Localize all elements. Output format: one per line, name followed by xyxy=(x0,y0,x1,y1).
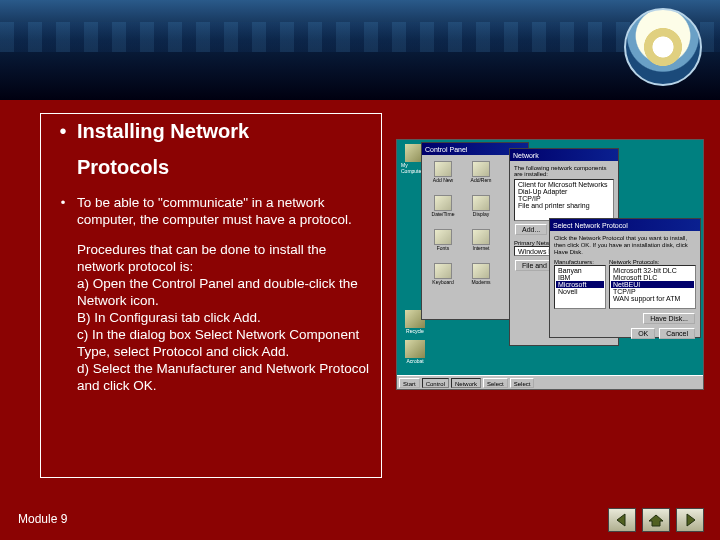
home-icon xyxy=(648,513,664,527)
control-panel-icons: Add New Add/Rem Date/Time Display Fonts … xyxy=(428,161,500,289)
have-disk-button: Have Disk... xyxy=(643,313,695,324)
desktop-icon: Acrobat xyxy=(401,340,429,364)
cancel-button: Cancel xyxy=(659,328,695,339)
arrow-left-icon xyxy=(614,513,630,527)
header xyxy=(0,0,720,100)
arrow-right-icon xyxy=(682,513,698,527)
manufacturers-list: Banyan IBM Microsoft Novell xyxy=(554,265,606,309)
content-box: • Installing Network Protocols • To be a… xyxy=(40,113,382,478)
sel-desc: Click the Network Protocol that you want… xyxy=(554,235,696,256)
screenshot-area: My Computer Recycle Acrobat Control Pane… xyxy=(396,139,704,390)
start-button: Start xyxy=(399,378,420,388)
home-button[interactable] xyxy=(642,508,670,532)
cp-icon: Display xyxy=(466,195,496,221)
svg-marker-2 xyxy=(687,514,695,526)
header-emblem-icon xyxy=(624,8,702,86)
task-button: Control xyxy=(422,378,449,388)
nav-buttons xyxy=(608,508,704,532)
title-bullet-icon: • xyxy=(49,118,77,144)
body-intro: To be able to "communicate" in a network… xyxy=(77,194,373,228)
cp-icon: Date/Time xyxy=(428,195,458,221)
net-desc: The following network components are ins… xyxy=(514,165,614,177)
titlebar: Select Network Protocol xyxy=(550,219,700,231)
cp-icon: Add/Rem xyxy=(466,161,496,187)
prev-button[interactable] xyxy=(608,508,636,532)
task-button: Network xyxy=(451,378,481,388)
net-components-list: Client for Microsoft Networks Dial-Up Ad… xyxy=(514,179,614,221)
cp-icon: Modems xyxy=(466,263,496,289)
slide-title: Installing Network Protocols xyxy=(77,118,373,180)
slide: • Installing Network Protocols • To be a… xyxy=(0,0,720,540)
next-button[interactable] xyxy=(676,508,704,532)
task-button: Select xyxy=(483,378,508,388)
taskbar: Start Control Network Select Select xyxy=(397,375,703,389)
body-procedure: Procedures that can be done to install t… xyxy=(77,241,373,394)
titlebar: Network xyxy=(510,149,618,161)
svg-marker-1 xyxy=(649,515,663,526)
header-stripe xyxy=(0,22,720,52)
select-protocol-window: Select Network Protocol Click the Networ… xyxy=(549,218,701,338)
title-line2: Protocols xyxy=(77,154,373,180)
ok-button: OK xyxy=(631,328,655,339)
cp-icon: Add New xyxy=(428,161,458,187)
task-button: Select xyxy=(510,378,535,388)
footer-module: Module 9 xyxy=(18,512,67,526)
cp-icon: Fonts xyxy=(428,229,458,255)
add-button: Add... xyxy=(515,224,547,235)
body-bullet-icon: • xyxy=(49,194,77,228)
protocols-list: Microsoft 32-bit DLC Microsoft DLC NetBE… xyxy=(609,265,696,309)
title-line1: Installing Network xyxy=(77,120,249,142)
svg-marker-0 xyxy=(617,514,625,526)
cp-icon: Keyboard xyxy=(428,263,458,289)
cp-icon: Internet xyxy=(466,229,496,255)
